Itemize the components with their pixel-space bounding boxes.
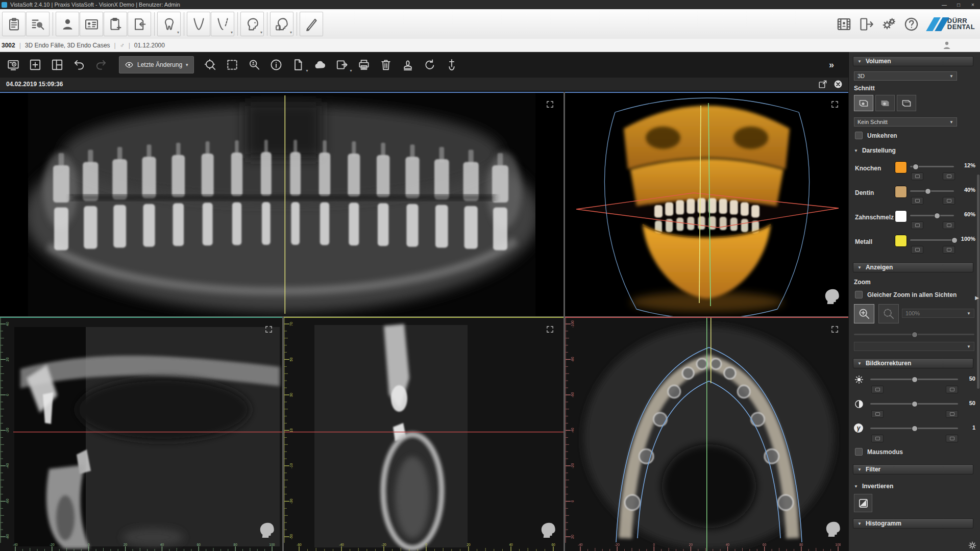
invert-image-button[interactable] <box>854 494 872 512</box>
slider-preset-button[interactable] <box>871 410 884 418</box>
orientation-head-icon[interactable] <box>538 519 556 541</box>
slider-preset-button[interactable] <box>943 172 955 180</box>
fullscreen-icon[interactable] <box>830 325 839 334</box>
fullscreen-icon[interactable] <box>546 325 554 334</box>
slider-preset-button[interactable] <box>943 197 955 205</box>
capture-view-button[interactable] <box>3 55 23 75</box>
cloud-upload-button[interactable] <box>310 55 330 75</box>
material-color-swatch[interactable] <box>895 235 907 247</box>
last-change-dropdown[interactable]: Letzte Änderung ▾ <box>119 56 194 73</box>
material-opacity-slider[interactable] <box>910 166 954 167</box>
viewport-axial[interactable]: -100-80-60-40-20020 -40-20020406080100 <box>565 317 848 551</box>
zoom-in-button[interactable] <box>854 304 874 323</box>
brightness-slider[interactable] <box>870 379 958 380</box>
approve-stamp-button[interactable] <box>398 55 418 75</box>
section-header-darstellung[interactable]: ▼ Darstellung <box>854 147 896 154</box>
material-opacity-slider[interactable] <box>910 215 954 216</box>
material-opacity-slider[interactable] <box>910 239 954 241</box>
patient-export-button[interactable] <box>855 12 878 36</box>
section-header-invertieren[interactable]: ▼ Invertieren <box>854 483 893 490</box>
material-opacity-slider[interactable] <box>910 190 954 192</box>
panel-expand-arrow[interactable]: ▶ <box>975 295 979 300</box>
viewport-sagittal[interactable]: 40200-20-40-60-80 -40-20020406080100 <box>0 317 282 551</box>
close-button[interactable]: × <box>966 2 980 8</box>
fullscreen-icon[interactable] <box>264 325 273 334</box>
zoom-preset-select[interactable]: ▼ <box>854 342 974 351</box>
ceph-pen-button[interactable] <box>300 12 323 36</box>
head-3d-button[interactable]: ▾ <box>240 12 264 36</box>
patient-button[interactable] <box>56 12 79 36</box>
image-series-button[interactable] <box>833 12 855 36</box>
image-info-button[interactable] <box>266 55 286 75</box>
layout-select-button[interactable] <box>47 55 67 75</box>
section-header-histogramm[interactable]: ▼ Histogramm <box>853 518 973 529</box>
patient-id[interactable]: 3002 <box>2 42 15 49</box>
viewport-3d-volume[interactable] <box>565 92 848 316</box>
section-header-bildkorrekturen[interactable]: ▼ Bildkorrekturen <box>853 358 973 368</box>
volume-mode-select[interactable]: 3D ▼ <box>854 71 957 81</box>
checkbox[interactable] <box>855 132 863 139</box>
slab-frame-button[interactable] <box>897 95 916 111</box>
case-name[interactable]: 3D Endo Fälle, 3D Endo Cases <box>25 42 110 49</box>
gamma-slider[interactable] <box>870 428 958 429</box>
open-in-window-icon[interactable] <box>818 79 828 89</box>
tooth-button[interactable]: ▾ <box>157 12 181 36</box>
delete-button[interactable] <box>376 55 396 75</box>
zoom-region-button[interactable] <box>878 304 899 323</box>
slider-preset-button[interactable] <box>911 172 923 180</box>
slab-front-button[interactable] <box>854 95 873 111</box>
redo-button[interactable] <box>91 55 111 75</box>
selection-marquee-button[interactable] <box>222 55 242 75</box>
close-view-icon[interactable] <box>833 79 843 89</box>
help-button[interactable] <box>900 12 923 36</box>
zoom-level-select[interactable]: 100% ▼ <box>902 309 974 318</box>
slider-preset-button[interactable] <box>946 435 958 442</box>
window-export-button[interactable]: ▾ <box>332 55 352 75</box>
slider-preset-button[interactable] <box>943 246 955 254</box>
contrast-slider[interactable] <box>870 403 958 405</box>
fullscreen-icon[interactable] <box>546 100 554 109</box>
patient-search-button[interactable] <box>26 12 50 36</box>
minimize-button[interactable]: — <box>937 2 951 8</box>
zoom-slider[interactable] <box>854 334 974 335</box>
slider-preset-button[interactable] <box>911 197 923 205</box>
patient-avatar-icon[interactable] <box>941 40 952 51</box>
section-header-anzeigen[interactable]: ▼ Anzeigen <box>853 262 973 272</box>
slider-preset-button[interactable] <box>946 410 958 418</box>
slider-preset-button[interactable] <box>943 221 955 229</box>
checkbox[interactable] <box>855 448 863 456</box>
inspect-probe-button[interactable] <box>244 55 264 75</box>
document-new-button[interactable]: ▾ <box>288 55 308 75</box>
section-header-filter[interactable]: ▼ Filter <box>853 464 973 474</box>
viewport-cross-section[interactable]: 70503010-10-30-50 -60-40-200204060 <box>284 317 564 551</box>
section-header-volumen[interactable]: ▼ Volumen <box>853 56 973 66</box>
checkbox[interactable] <box>855 291 863 298</box>
arch-half-button[interactable]: ▾ <box>211 12 234 36</box>
patient-card-button[interactable] <box>80 12 103 36</box>
slider-preset-button[interactable] <box>871 435 884 442</box>
print-button[interactable] <box>354 55 374 75</box>
material-color-swatch[interactable] <box>895 186 907 198</box>
maximize-button[interactable]: □ <box>951 2 966 8</box>
arch-full-button[interactable] <box>187 12 210 36</box>
slider-preset-button[interactable] <box>871 386 884 393</box>
import-export-button[interactable] <box>128 12 151 36</box>
fullscreen-icon[interactable] <box>830 100 839 109</box>
toolbar-overflow-chevron[interactable]: » <box>829 60 833 70</box>
viewport-panorama[interactable] <box>0 92 564 316</box>
orientation-head-icon[interactable] <box>257 519 275 541</box>
worklist-button[interactable] <box>2 12 26 36</box>
layout-add-button[interactable] <box>25 55 45 75</box>
material-color-swatch[interactable] <box>895 210 907 222</box>
material-color-swatch[interactable] <box>895 161 907 173</box>
slab-mid-button[interactable] <box>875 95 895 111</box>
gear-icon[interactable] <box>967 540 978 551</box>
slider-preset-button[interactable] <box>946 386 958 393</box>
rotate-view-button[interactable] <box>420 55 440 75</box>
implant-tool-button[interactable] <box>442 55 462 75</box>
undo-button[interactable] <box>69 55 89 75</box>
new-record-button[interactable] <box>104 12 127 36</box>
slider-preset-button[interactable] <box>911 221 923 229</box>
panel-scrollbar[interactable] <box>977 174 979 389</box>
settings-button[interactable] <box>878 12 900 36</box>
